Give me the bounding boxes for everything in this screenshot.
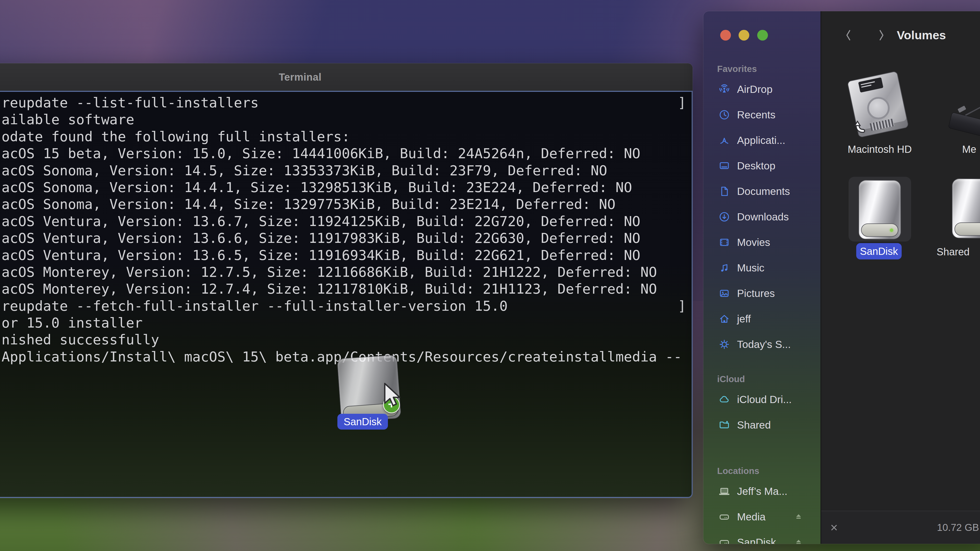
volume-label-shared: Shared [937, 246, 969, 258]
sidebar-item-label: SanDisk [737, 537, 776, 544]
zoom-button[interactable] [757, 30, 768, 41]
chevron-left-icon [843, 27, 854, 43]
sidebar-item-downloads[interactable]: Downloads [703, 204, 821, 230]
terminal-output-line: reupdate --fetch-full-installer --full-i… [2, 298, 682, 314]
back-button[interactable] [843, 27, 854, 43]
sidebar-section-header: iCloud [703, 372, 821, 387]
cancel-icon[interactable]: × [826, 511, 842, 544]
sidebar-item-label: jeff [737, 313, 751, 325]
chevron-right-icon [876, 27, 887, 43]
finder-main-pane: Volumes Macintosh HD Me [821, 11, 980, 544]
volume-size-text: 10.72 GB [937, 511, 979, 544]
eject-icon[interactable] [793, 537, 804, 544]
volume-label-text: SanDisk [860, 246, 898, 257]
terminal-output-line: nished successfully [2, 331, 682, 348]
terminal-output-line: reupdate --list-full-installers [2, 94, 682, 111]
airdrop-icon [718, 83, 730, 95]
sidebar-item-label: Music [737, 262, 764, 274]
sidebar-item-icloud-dri[interactable]: iCloud Dri... [703, 387, 821, 412]
download-icon [718, 211, 730, 223]
terminal-output-line: acOS Sonoma, Version: 14.5, Size: 133533… [2, 162, 682, 179]
volume-sandisk[interactable] [859, 180, 901, 239]
sidebar-item-movies[interactable]: Movies [703, 230, 821, 255]
sidebar-item-recents[interactable]: Recents [703, 102, 821, 127]
sidebar-item-shared[interactable]: Shared [703, 412, 821, 438]
sidebar-item-airdrop[interactable]: AirDrop [703, 76, 821, 102]
laptop-icon [718, 485, 730, 497]
sidebar-item-sandisk[interactable]: SanDisk [703, 530, 821, 544]
finder-statusbar: × 10.72 GB [821, 511, 980, 544]
terminal-output-line: odate found the following full installer… [2, 128, 682, 145]
terminal-title: Terminal [279, 71, 321, 83]
terminal-content[interactable]: reupdate --list-full-installersailable s… [0, 91, 693, 498]
terminal-window: Terminal reupdate --list-full-installers… [0, 63, 693, 498]
document-icon [718, 185, 730, 197]
close-button[interactable] [720, 30, 731, 41]
sidebar-item-desktop[interactable]: Desktop [703, 153, 821, 179]
drive-icon [718, 511, 730, 523]
drive-spindle [867, 97, 890, 119]
drive-led [890, 229, 893, 232]
finder-window: FavoritesAirDropRecentsApplicati...Deskt… [703, 11, 980, 544]
photo-icon [718, 287, 730, 300]
sidebar-item-label: iCloud Dri... [737, 394, 792, 406]
drive-end-cap [955, 222, 980, 236]
sidebar-item-music[interactable]: Music [703, 255, 821, 281]
sidebar-section-header: Favorites [703, 61, 821, 76]
sidebar-item-media[interactable]: Media [703, 504, 821, 530]
finder-toolbar: Volumes [821, 11, 980, 49]
sidebar-item-label: Recents [737, 109, 775, 121]
desktop-icon [718, 160, 730, 172]
sidebar-item-label: Shared [737, 419, 771, 431]
sidebar-item-jeff-s-ma[interactable]: Jeff’s Ma... [703, 478, 821, 504]
film-icon [718, 236, 730, 248]
music-icon [718, 262, 730, 274]
sidebar-item-pictures[interactable]: Pictures [703, 281, 821, 306]
minimize-button[interactable] [738, 30, 749, 41]
sidebar-item-label: Movies [737, 237, 770, 248]
finder-sidebar: FavoritesAirDropRecentsApplicati...Deskt… [703, 11, 821, 544]
volume-media-clipped[interactable] [948, 88, 980, 144]
sidebar-item-applicati[interactable]: Applicati... [703, 127, 821, 153]
sidebar-item-label: Applicati... [737, 135, 785, 146]
terminal-output-line: acOS Ventura, Version: 13.6.5, Size: 119… [2, 247, 682, 264]
clock-icon [718, 109, 730, 121]
sidebar-item-documents[interactable]: Documents [703, 179, 821, 204]
sidebar-item-label: Documents [737, 186, 790, 197]
gear-icon [718, 338, 730, 351]
sidebar-item-label: Today's S... [737, 338, 791, 351]
ssd-plug [958, 106, 966, 113]
terminal-output-line: acOS Ventura, Version: 13.6.6, Size: 119… [2, 230, 682, 247]
alias-arrow-icon [852, 118, 868, 134]
sidebar-item-label: Downloads [737, 211, 789, 223]
terminal-output-line: ailable software [2, 111, 682, 128]
terminal-output-line: or 15.0 installer [2, 314, 682, 331]
folder-shared-icon [718, 419, 730, 431]
sidebar-sections: FavoritesAirDropRecentsApplicati...Deskt… [703, 61, 821, 544]
sidebar-item-label: Jeff’s Ma... [737, 486, 788, 497]
volume-shared-clipped[interactable] [952, 179, 980, 238]
sidebar-item-label: AirDrop [737, 83, 773, 95]
terminal-output-line: acOS Ventura, Version: 13.6.7, Size: 119… [2, 213, 682, 230]
terminal-output: reupdate --list-full-installersailable s… [2, 94, 682, 365]
drive-end-cap [861, 224, 898, 237]
terminal-output-line: acOS Monterey, Version: 12.7.4, Size: 12… [2, 281, 682, 297]
terminal-output-line: acOS Monterey, Version: 12.7.5, Size: 12… [2, 264, 682, 281]
sidebar-section-header: Locations [703, 463, 821, 478]
terminal-titlebar[interactable]: Terminal [0, 63, 693, 91]
terminal-output-line: acOS Sonoma, Version: 14.4.1, Size: 1329… [2, 179, 682, 196]
volume-macintosh-hd[interactable] [853, 76, 904, 133]
cloud-icon [718, 393, 730, 406]
sidebar-item-jeff[interactable]: jeff [703, 306, 821, 332]
sidebar-item-label: Pictures [737, 287, 775, 300]
sidebar-item-today-s-s[interactable]: Today's S... [703, 332, 821, 357]
eject-icon[interactable] [793, 511, 804, 522]
terminal-output-line: Applications/Install\ macOS\ 15\ beta.ap… [2, 348, 682, 365]
appstore-icon [718, 134, 730, 146]
terminal-edge-fragment: ] [678, 298, 686, 314]
drive-icon [718, 536, 730, 544]
ssd-drive-icon [948, 112, 980, 140]
ssd-cable [965, 94, 980, 116]
forward-button[interactable] [876, 27, 887, 43]
volume-label-macintosh-hd: Macintosh HD [829, 144, 931, 155]
